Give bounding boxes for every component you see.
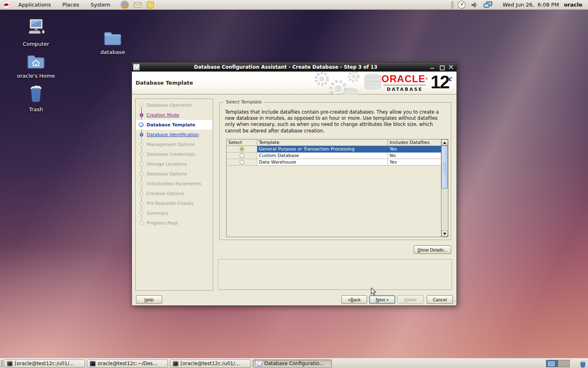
table-scrollbar[interactable] [441, 139, 448, 237]
mail-launcher-icon[interactable] [134, 2, 142, 8]
window-resize-grip[interactable] [451, 300, 456, 305]
home-folder-icon [26, 52, 46, 70]
wizard-step-storage-locations: Storage Locations [136, 159, 212, 169]
wizard-step-database-operation: Database Operation [136, 100, 212, 110]
desktop-icon-label: Computer [11, 41, 60, 47]
network-displays-icon[interactable] [483, 1, 493, 9]
help-button[interactable]: Help [136, 295, 162, 304]
radio-unselected[interactable] [240, 153, 244, 158]
show-details-button[interactable]: Show Details... [414, 245, 451, 254]
taskbar-panel: [oracle@test12c:/u01/... oracle@test12c:… [0, 358, 588, 368]
taskbar-item-terminal-2[interactable]: oracle@test12c:~/Des... [87, 359, 168, 368]
desktop-icon-trash[interactable]: Trash [11, 83, 60, 112]
step-label: Database Credentials [147, 152, 195, 157]
group-legend: Select Template [224, 99, 264, 105]
taskbar-item-dbca[interactable]: Database Configuratio... [253, 359, 332, 368]
wizard-step-database-options: Database Options [136, 169, 212, 179]
table-row-data-warehouse[interactable]: Data Warehouse Yes [227, 159, 441, 166]
close-button[interactable] [449, 65, 453, 70]
trash-icon [26, 83, 46, 104]
step-label: Database Options [147, 171, 187, 177]
step-label: Creation Mode [147, 112, 179, 118]
terminal-icon [7, 361, 13, 366]
column-header-template[interactable]: Template [257, 139, 388, 146]
column-header-select[interactable]: Select [227, 139, 257, 146]
cell-template[interactable]: General Purpose or Transaction Processin… [257, 146, 388, 153]
scroll-down-button[interactable] [441, 231, 448, 237]
browser-launcher-icon[interactable] [121, 1, 129, 9]
desktop-icon-computer[interactable]: Computer [11, 18, 60, 47]
workspace-switcher[interactable] [546, 360, 570, 367]
scrollbar-thumb[interactable] [441, 146, 448, 188]
wizard-steps-panel: Database Operation Creation Mode Databas… [135, 99, 213, 291]
step-dot [140, 143, 143, 146]
wizard-banner: Database Template ORACLE® DATABASE [132, 72, 457, 94]
finish-button: Finish [397, 295, 423, 304]
distro-menu-icon[interactable] [2, 1, 10, 9]
step-label: Storage Locations [147, 162, 187, 167]
table-row-custom-database[interactable]: Custom Database No [227, 153, 441, 159]
cell-template[interactable]: Data Warehouse [257, 159, 388, 166]
radio-unselected[interactable] [240, 160, 244, 164]
wizard-step-database-template[interactable]: Database Template [136, 120, 212, 130]
desktop-icon-database-folder[interactable]: database [88, 29, 137, 55]
panel-grip[interactable] [451, 1, 454, 9]
dbca-wizard-window: Database Configuration Assistant - Creat… [131, 62, 457, 306]
taskbar-item-label: oracle@test12c:~/Des... [98, 361, 157, 366]
minimize-button[interactable] [430, 65, 434, 70]
wizard-step-creation-mode[interactable]: Creation Mode [136, 110, 212, 120]
cell-includes-datafiles[interactable]: No [388, 153, 441, 159]
panel-grip[interactable] [1, 360, 3, 367]
step-dot [140, 192, 143, 195]
maximize-button[interactable] [439, 65, 444, 70]
step-dot [140, 202, 143, 205]
wizard-step-pre-requisite-checks: Pre Requisite Checks [136, 198, 212, 208]
next-button[interactable]: Next > [369, 295, 395, 304]
step-label: Initialization Parameters [147, 181, 201, 186]
taskbar-item-terminal-3[interactable]: [oracle@test12c:/u01/... [170, 359, 251, 368]
column-header-includes-datafiles[interactable]: Includes Datafiles [388, 139, 441, 146]
wizard-step-management-options: Management Options [136, 139, 212, 149]
table-row-general-purpose[interactable]: General Purpose or Transaction Processin… [227, 146, 441, 153]
clock[interactable]: Wed Jun 26, 6:08 PM [503, 2, 559, 8]
template-table: Select Template Includes Datafiles Gener… [226, 139, 448, 237]
menu-system[interactable]: System [91, 2, 110, 8]
step-dot [140, 211, 143, 215]
workspace-2[interactable] [558, 360, 569, 367]
select-template-group: Select Template Templates that include d… [219, 102, 451, 240]
taskbar-item-label: Database Configuratio... [264, 361, 324, 366]
user-menu[interactable]: oracle [564, 2, 582, 8]
folder-icon [102, 29, 123, 47]
java-app-icon [256, 360, 262, 367]
notes-launcher-icon[interactable] [147, 1, 154, 9]
radio-selected[interactable] [240, 147, 244, 151]
workspace-1[interactable] [546, 360, 558, 367]
menu-applications[interactable]: Applications [18, 2, 51, 8]
desktop-icon-label: database [88, 49, 137, 55]
cell-includes-datafiles[interactable]: Yes [388, 146, 441, 153]
step-label: Pre Requisite Checks [147, 201, 194, 206]
system-monitor-icon[interactable] [457, 0, 466, 9]
wizard-step-creation-options: Creation Options [136, 188, 212, 198]
step-dot [140, 103, 143, 107]
table-header-row: Select Template Includes Datafiles [227, 139, 441, 146]
desktop-icon-home[interactable]: oracle's Home [11, 52, 60, 79]
taskbar-item-label: [oracle@test12c:/u01/... [15, 361, 74, 366]
wizard-step-database-credentials: Database Credentials [136, 149, 212, 159]
step-dot [140, 113, 143, 117]
step-dot [140, 182, 143, 186]
wizard-step-database-identification[interactable]: Database Identification [136, 130, 212, 139]
volume-icon[interactable] [471, 1, 478, 9]
cell-includes-datafiles[interactable]: Yes [388, 159, 441, 166]
taskbar-item-terminal-1[interactable]: [oracle@test12c:/u01/... [4, 359, 85, 368]
scroll-up-button[interactable] [441, 139, 448, 146]
taskbar-trash-icon[interactable] [579, 359, 587, 368]
cell-template[interactable]: Custom Database [257, 153, 388, 159]
scrollbar-track[interactable] [441, 188, 448, 231]
menu-places[interactable]: Places [62, 2, 79, 8]
step-dot [140, 172, 143, 176]
back-button[interactable]: < Back [341, 295, 367, 304]
cancel-button[interactable]: Cancel [427, 295, 453, 304]
window-title: Database Configuration Assistant - Creat… [141, 64, 430, 70]
window-titlebar[interactable]: Database Configuration Assistant - Creat… [132, 63, 457, 72]
